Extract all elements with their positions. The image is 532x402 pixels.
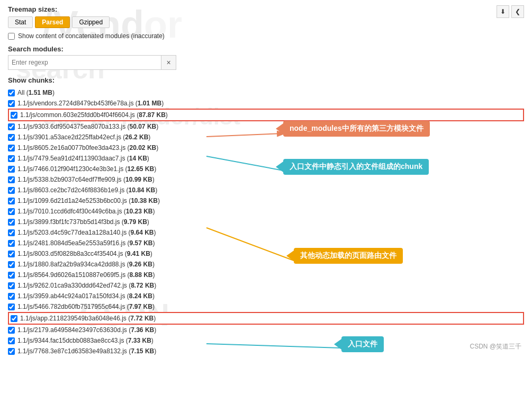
chunk-name-2179: 1.1/js/2179.a649584e23497c63630d.js (7.3… bbox=[17, 325, 156, 335]
chunk-checkbox-5203[interactable] bbox=[8, 229, 15, 236]
list-item: 1.1/js/vendors.2724d8479cb453f6e78a.js (… bbox=[8, 98, 524, 109]
chunk-checkbox-vendors[interactable] bbox=[8, 100, 15, 107]
chunk-checkbox-all[interactable] bbox=[8, 90, 15, 96]
list-item: 1.1/js/9344.fac15dcbb0883ae8cc43.js (7.3… bbox=[8, 335, 524, 346]
annotation-entry: 入口文件 bbox=[341, 336, 384, 352]
treemap-sizes-label: Treemap sizes: bbox=[8, 5, 524, 13]
chunk-checkbox-9262[interactable] bbox=[8, 282, 15, 289]
list-item: 1.1/js/common.603e25fdd0b4f04f6604.js (8… bbox=[8, 109, 524, 121]
chunk-name-8605: 1.1/js/8605.2e16a0077b0fee3da423.js (20.… bbox=[17, 143, 158, 153]
chunk-name-8564: 1.1/js/8564.9d6026a1510887e069f5.js (8.8… bbox=[17, 270, 155, 280]
search-label: Search modules: bbox=[8, 45, 524, 53]
chunk-checkbox-1099[interactable] bbox=[8, 198, 15, 204]
search-section: Search modules: × bbox=[8, 45, 524, 70]
chunk-name-5203: 1.1/js/5203.d4c59c77dea1a128a140.js (9.6… bbox=[17, 228, 156, 237]
top-icons: ⬇ ❮ bbox=[497, 5, 524, 18]
chunk-checkbox-7466[interactable] bbox=[8, 166, 15, 173]
parsed-button[interactable]: Parsed bbox=[35, 16, 70, 28]
list-item: 1.1/js/3959.ab44c924a017a150fd34.js (8.2… bbox=[8, 291, 524, 301]
annotation-dynamic-routes: 其他动态加载的页面路由文件 bbox=[294, 248, 403, 264]
chunk-checkbox-9303[interactable] bbox=[8, 123, 15, 130]
list-item: 1.1/js/7768.3e87c1d63583e49a8132.js (7.1… bbox=[8, 346, 524, 356]
chunk-name-7479: 1.1/js/7479.5ea91d24f113903daac7.js (14 … bbox=[17, 154, 149, 163]
gzipped-button[interactable]: Gzipped bbox=[72, 16, 110, 28]
chunk-checkbox-2179[interactable] bbox=[8, 327, 15, 334]
chunk-name-7466: 1.1/js/7466.012f904f1230c4e3b3e1.js (12.… bbox=[17, 164, 156, 174]
annotation-common-chunk: 入口文件中静态引入的文件组成的chunk bbox=[283, 159, 429, 175]
chunk-checkbox-app[interactable] bbox=[11, 315, 17, 322]
chunk-name-2481: 1.1/js/2481.8084d5ea5e2553a59f16.js (9.5… bbox=[17, 238, 155, 248]
chunk-checkbox-8564[interactable] bbox=[8, 272, 15, 279]
back-button[interactable]: ❮ bbox=[511, 5, 524, 18]
chunk-name-3901: 1.1/js/3901.a53ace2d225ffab42ecf.js (26.… bbox=[17, 132, 150, 142]
list-item: 1.1/js/8605.2e16a0077b0fee3da423.js (20.… bbox=[8, 142, 524, 153]
list-item: 1.1/js/7010.1ccd6dfc4f30c449c6ba.js (10.… bbox=[8, 206, 524, 217]
list-item: 1.1/js/3899.f3bf1fc737bb5d14f3bd.js (9.7… bbox=[8, 217, 524, 227]
chunk-name-7010: 1.1/js/7010.1ccd6dfc4f30c449c6ba.js (10.… bbox=[17, 207, 155, 216]
chunk-checkbox-7010[interactable] bbox=[8, 208, 15, 215]
chunk-name-9262: 1.1/js/9262.01ca9a330ddd642ed742.js (8.7… bbox=[17, 281, 156, 290]
list-item: 1.1/js/1099.6d21d1a24e5253b6bc00.js (10.… bbox=[8, 195, 524, 206]
show-concat-label: Show content of concatenated modules (in… bbox=[18, 32, 165, 40]
chunk-name-9344: 1.1/js/9344.fac15dcbb0883ae8cc43.js (7.3… bbox=[17, 336, 154, 345]
list-item: 1.1/js/8564.9d6026a1510887e069f5.js (8.8… bbox=[8, 270, 524, 280]
chunk-name-1880: 1.1/js/1880.8af2a2b9a934ca42dd88.js (9.2… bbox=[17, 260, 155, 269]
annotation-node-modules: node_modules中所有的第三方模块文件 bbox=[283, 121, 430, 137]
chunk-name-8003: 1.1/js/8003.d5f0828b8a3cc4f35404.js (9.4… bbox=[17, 249, 152, 258]
treemap-btn-group: Stat Parsed Gzipped bbox=[8, 16, 524, 28]
list-item: All (1.51 MB) bbox=[8, 87, 524, 98]
list-item: 1.1/js/9262.01ca9a330ddd642ed742.js (8.7… bbox=[8, 280, 524, 291]
chunk-name-3959: 1.1/js/3959.ab44c924a017a150fd34.js (8.2… bbox=[17, 291, 155, 301]
list-item: 1.1/js/8003.d5f0828b8a3cc4f35404.js (9.4… bbox=[8, 248, 524, 259]
chunk-name-5466: 1.1/js/5466.782db60fb7517955c644.js (7.9… bbox=[17, 302, 155, 311]
chunk-checkbox-8605[interactable] bbox=[8, 145, 15, 151]
show-concat-row: Show content of concatenated modules (in… bbox=[8, 32, 524, 40]
chunk-checkbox-8003[interactable] bbox=[8, 251, 15, 257]
list-item: 1.1/js/7479.5ea91d24f113903daac7.js (14 … bbox=[8, 153, 524, 164]
chunk-name-3899: 1.1/js/3899.f3bf1fc737bb5d14f3bd.js (9.7… bbox=[17, 217, 149, 227]
chunk-checkbox-7768[interactable] bbox=[8, 348, 15, 355]
chunk-checkbox-8603[interactable] bbox=[8, 187, 15, 194]
list-item: 1.1/js/7466.012f904f1230c4e3b3e1.js (12.… bbox=[8, 164, 524, 174]
chunk-checkbox-2481[interactable] bbox=[8, 240, 15, 247]
chunk-checkbox-3959[interactable] bbox=[8, 293, 15, 300]
chunk-name-vendors: 1.1/js/vendors.2724d8479cb453f6e78a.js (… bbox=[17, 99, 164, 108]
list-item: 1.1/js/5338.b2b9037c64edf7ffe909.js (10.… bbox=[8, 174, 524, 185]
chunk-name-1099: 1.1/js/1099.6d21d1a24e5253b6bc00.js (10.… bbox=[17, 196, 160, 206]
search-clear-button[interactable]: × bbox=[161, 55, 176, 70]
chunk-checkbox-3901[interactable] bbox=[8, 134, 15, 141]
chunk-name-7768: 1.1/js/7768.3e87c1d63583e49a8132.js (7.1… bbox=[17, 346, 156, 356]
chunks-label: Show chunks: bbox=[8, 76, 524, 84]
chunk-checkbox-5466[interactable] bbox=[8, 303, 15, 310]
list-item: 1.1/js/app.2118239549b3a6048e46.js (7.72… bbox=[8, 312, 524, 325]
chunks-section: Show chunks: All (1.51 MB) 1.1/js/vendor… bbox=[8, 76, 524, 356]
chunk-checkbox-3899[interactable] bbox=[8, 219, 15, 226]
list-item: 1.1/js/5466.782db60fb7517955c644.js (7.9… bbox=[8, 301, 524, 312]
search-input-row: × bbox=[8, 55, 524, 70]
list-item: 1.1/js/5203.d4c59c77dea1a128a140.js (9.6… bbox=[8, 227, 524, 238]
list-item: 1.1/js/3901.a53ace2d225ffab42ecf.js (26.… bbox=[8, 132, 524, 142]
chunk-name-all: All (1.51 MB) bbox=[17, 88, 55, 97]
csdn-label: CSDN @笑道三千 bbox=[470, 342, 521, 351]
stat-button[interactable]: Stat bbox=[8, 16, 33, 28]
search-input[interactable] bbox=[8, 55, 161, 70]
list-item: 1.1/js/2179.a649584e23497c63630d.js (7.3… bbox=[8, 325, 524, 335]
chunk-checkbox-1880[interactable] bbox=[8, 261, 15, 268]
list-item: 1.1/js/8603.ce2bc7d2c46f8836b1e9.js (10.… bbox=[8, 185, 524, 195]
chunk-checkbox-common[interactable] bbox=[11, 112, 17, 119]
download-button[interactable]: ⬇ bbox=[497, 5, 509, 18]
show-concat-checkbox[interactable] bbox=[8, 33, 15, 40]
list-item: 1.1/js/2481.8084d5ea5e2553a59f16.js (9.5… bbox=[8, 238, 524, 248]
chunk-name-common: 1.1/js/common.603e25fdd0b4f04f6604.js (8… bbox=[20, 110, 168, 120]
chunk-checkbox-5338[interactable] bbox=[8, 176, 15, 183]
list-item: 1.1/js/9303.6df9504375ea8070a133.js (50.… bbox=[8, 121, 524, 132]
chunk-name-5338: 1.1/js/5338.b2b9037c64edf7ffe909.js (10.… bbox=[17, 175, 155, 184]
chunk-name-app: 1.1/js/app.2118239549b3a6048e46.js (7.72… bbox=[20, 314, 156, 323]
chunk-checkbox-9344[interactable] bbox=[8, 337, 15, 344]
chunk-checkbox-7479[interactable] bbox=[8, 155, 15, 162]
chunk-name-9303: 1.1/js/9303.6df9504375ea8070a133.js (50.… bbox=[17, 122, 158, 131]
list-item: 1.1/js/1880.8af2a2b9a934ca42dd88.js (9.2… bbox=[8, 259, 524, 270]
chunk-list: All (1.51 MB) 1.1/js/vendors.2724d8479cb… bbox=[8, 87, 524, 356]
chunk-name-8603: 1.1/js/8603.ce2bc7d2c46f8836b1e9.js (10.… bbox=[17, 185, 157, 195]
